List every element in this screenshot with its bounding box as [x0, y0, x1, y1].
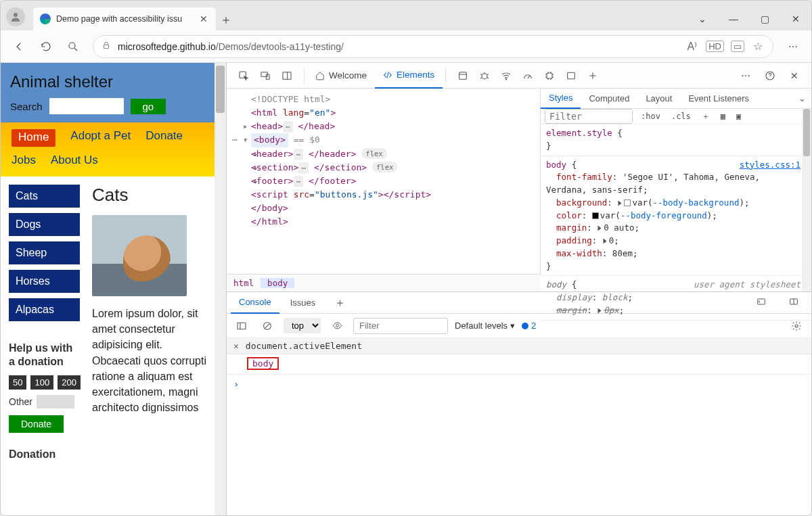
crumb-html[interactable]: html [227, 278, 261, 288]
rule-body[interactable]: styles.css:1 body { font-family: 'Segoe … [541, 156, 811, 277]
application-icon[interactable] [561, 66, 581, 86]
devtools-close-icon[interactable]: ✕ [784, 66, 805, 86]
log-levels-select[interactable]: Default levels ▾ [455, 321, 515, 331]
rule-body-ua[interactable]: user agent stylesheet body { display: bl… [541, 276, 811, 320]
window-minimize-button[interactable]: — [718, 7, 749, 30]
hd-badge-icon[interactable]: HD [706, 41, 724, 52]
category-horses[interactable]: Horses [9, 270, 80, 293]
styles-more-icon[interactable]: ⌄ [793, 93, 811, 103]
nav-donate[interactable]: Donate [145, 129, 183, 147]
read-aloud-icon[interactable]: A⁾ [685, 41, 700, 51]
layout-flex-icon[interactable]: ▦ [718, 110, 728, 122]
stylesheet-link[interactable]: styles.css:1 [740, 159, 800, 172]
dom-tree[interactable]: <!DOCTYPE html> <html lang="en"> ▸<head>… [227, 89, 541, 274]
svg-point-0 [69, 43, 75, 49]
svg-rect-1 [104, 45, 109, 48]
amount-200[interactable]: 200 [58, 375, 81, 390]
console-filter-input[interactable] [353, 318, 448, 334]
clear-console-icon[interactable] [258, 318, 277, 334]
search-label: Search [10, 101, 43, 112]
more-menu-button[interactable]: ⋯ [782, 35, 805, 58]
remove-expr-icon[interactable]: ✕ [233, 341, 239, 351]
new-tab-button[interactable]: ＋ [216, 11, 236, 30]
nav-jobs[interactable]: Jobs [12, 154, 36, 167]
bug-icon[interactable] [474, 66, 495, 86]
profile-avatar[interactable] [6, 7, 25, 26]
category-sidebar: Cats Dogs Sheep Horses Alpacas Help us w… [9, 185, 80, 468]
site-header: Animal shelter Search go [1, 63, 215, 122]
app-icon[interactable] [453, 66, 473, 86]
amount-50[interactable]: 50 [9, 375, 26, 390]
drawer-tab-console[interactable]: Console [231, 292, 279, 314]
search-icon[interactable] [62, 35, 85, 58]
rule-element-style[interactable]: element.style { } [541, 124, 811, 156]
nav-home[interactable]: Home [12, 129, 55, 147]
url-text: microsoftedge.github.io/Demos/devtools-a… [118, 41, 344, 52]
wifi-icon[interactable] [496, 66, 516, 86]
dom-breadcrumb: html body [227, 274, 541, 291]
category-alpacas[interactable]: Alpacas [9, 298, 80, 321]
cat-photo [92, 215, 187, 296]
refresh-button[interactable] [35, 35, 58, 58]
inspect-element-icon[interactable] [233, 66, 254, 86]
tab-elements[interactable]: Elements [375, 63, 443, 89]
window-maximize-button[interactable]: ▢ [749, 7, 780, 30]
add-panel-icon[interactable] [583, 66, 603, 86]
window-close-button[interactable]: ✕ [780, 7, 811, 30]
back-button[interactable] [7, 35, 30, 58]
category-sheep[interactable]: Sheep [9, 241, 80, 264]
issues-badge[interactable]: 2 [522, 321, 536, 331]
console-prompt[interactable]: › [227, 375, 811, 394]
styles-tab-layout[interactable]: Layout [637, 93, 680, 103]
nav-about[interactable]: About Us [51, 154, 98, 167]
live-expression-row[interactable]: ✕ document.activeElement [227, 338, 811, 354]
lock-icon [102, 41, 111, 52]
tab-welcome[interactable]: Welcome [307, 63, 375, 89]
styles-scrollbar[interactable] [802, 108, 811, 291]
devtools-toolbar: Welcome Elements ⋯ ✕ [227, 63, 811, 89]
reader-icon[interactable]: ▭ [731, 41, 744, 52]
nav-adopt[interactable]: Adopt a Pet [70, 129, 131, 147]
styles-tab-styles[interactable]: Styles [541, 89, 581, 109]
search-go-button[interactable]: go [131, 99, 166, 114]
devtools-more-icon[interactable]: ⋯ [736, 66, 756, 86]
hov-button[interactable]: :hov [638, 110, 663, 122]
tab-title: Demo page with accessibility issu [56, 14, 193, 24]
drawer-tab-issues[interactable]: Issues [282, 298, 324, 308]
donate-button[interactable]: Donate [9, 415, 64, 433]
memory-icon[interactable] [539, 66, 560, 86]
svg-point-8 [506, 78, 507, 79]
console-sidebar-icon[interactable] [232, 318, 251, 334]
new-rule-icon[interactable]: ＋ [699, 110, 713, 124]
donation-heading: Help us with a donation [9, 342, 80, 369]
category-dogs[interactable]: Dogs [9, 213, 80, 236]
live-expr-icon[interactable] [328, 318, 346, 334]
edge-favicon-icon [40, 14, 51, 24]
category-cats[interactable]: Cats [9, 185, 80, 208]
cls-button[interactable]: .cls [669, 110, 694, 122]
styles-tab-events[interactable]: Event Listeners [680, 93, 757, 103]
performance-icon[interactable] [518, 66, 538, 86]
other-amount-input[interactable] [37, 395, 74, 408]
dock-side-icon[interactable] [277, 66, 297, 86]
device-emulation-icon[interactable] [255, 66, 275, 86]
chevron-down-icon[interactable]: ⌄ [687, 7, 718, 30]
page-scrollbar[interactable] [215, 63, 226, 516]
tab-close-icon[interactable]: ✕ [198, 12, 209, 26]
favorite-icon[interactable]: ☆ [751, 41, 765, 51]
svg-rect-9 [547, 73, 552, 78]
address-bar[interactable]: microsoftedge.github.io/Demos/devtools-a… [93, 35, 773, 58]
drawer-add-tab-icon[interactable]: ＋ [326, 295, 354, 310]
pin-icon[interactable]: ▣ [734, 110, 744, 122]
crumb-body[interactable]: body [261, 278, 294, 288]
article-title: Cats [92, 185, 206, 206]
styles-tab-computed[interactable]: Computed [581, 93, 637, 103]
live-expression-result[interactable]: body [227, 354, 811, 375]
browser-tab[interactable]: Demo page with accessibility issu ✕ [33, 7, 216, 30]
context-select[interactable]: top [284, 318, 321, 333]
amount-100[interactable]: 100 [30, 375, 53, 390]
styles-filter-input[interactable] [545, 109, 633, 124]
svg-point-7 [482, 73, 487, 78]
help-icon[interactable] [760, 66, 780, 86]
search-input[interactable] [49, 98, 124, 114]
